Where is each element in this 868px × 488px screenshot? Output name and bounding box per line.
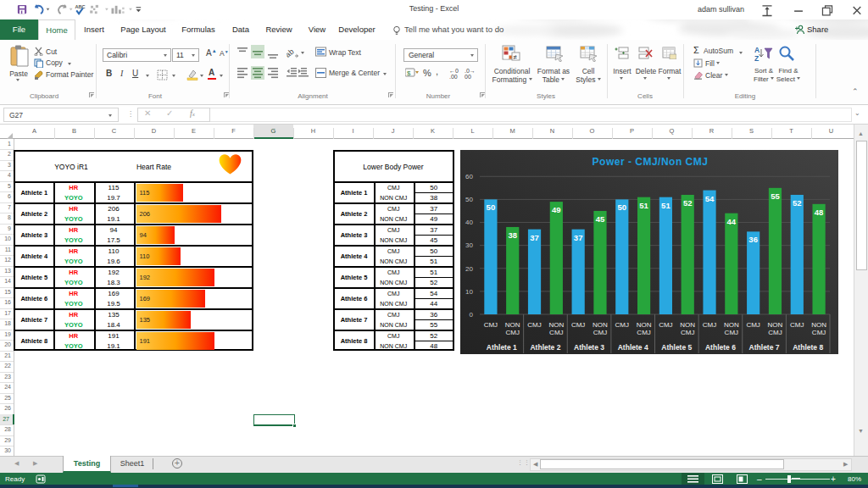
svg-text:NON: NON: [593, 321, 608, 329]
svg-text:CMJ: CMJ: [549, 329, 563, 336]
svg-text:CMJ: CMJ: [703, 321, 716, 329]
svg-text:CMJ: CMJ: [725, 329, 738, 336]
svg-text:37: 37: [574, 232, 583, 241]
svg-text:NON: NON: [680, 321, 695, 329]
svg-text:ab: ab: [287, 47, 296, 58]
svg-text:Athlete 7: Athlete 7: [749, 343, 780, 352]
svg-text:54: 54: [705, 193, 715, 202]
svg-text:NON: NON: [505, 321, 520, 329]
svg-text:CMJ: CMJ: [681, 329, 694, 336]
svg-text:38: 38: [508, 230, 517, 239]
svg-text:10: 10: [465, 287, 473, 295]
svg-text:60: 60: [465, 173, 473, 180]
svg-text:0: 0: [470, 310, 474, 318]
svg-text:Athlete 6: Athlete 6: [705, 343, 736, 352]
svg-text:CMJ: CMJ: [505, 329, 519, 336]
svg-text:$: $: [407, 69, 411, 77]
svg-text:CMJ: CMJ: [659, 321, 672, 329]
svg-text:CMJ: CMJ: [790, 321, 804, 329]
svg-text:CMJ: CMJ: [484, 321, 498, 329]
svg-text:20: 20: [465, 264, 473, 272]
svg-text:52: 52: [793, 197, 802, 207]
svg-text:Athlete 4: Athlete 4: [618, 343, 648, 352]
svg-text:40: 40: [465, 219, 473, 226]
svg-text:NON: NON: [724, 321, 739, 329]
svg-text:49: 49: [552, 205, 561, 214]
svg-text:48: 48: [815, 207, 824, 216]
svg-text:NON: NON: [548, 321, 564, 329]
svg-text:Athlete 5: Athlete 5: [661, 343, 692, 352]
svg-text:50: 50: [487, 202, 496, 212]
svg-text:50: 50: [617, 202, 626, 212]
svg-text:36: 36: [748, 235, 758, 244]
svg-text:30: 30: [465, 241, 473, 249]
svg-text:NON: NON: [811, 321, 826, 329]
svg-text:50: 50: [465, 196, 473, 203]
svg-text:52: 52: [683, 197, 693, 207]
svg-text:CMJ: CMJ: [637, 329, 650, 336]
svg-text:CMJ: CMJ: [746, 321, 760, 329]
svg-text:Athlete 3: Athlete 3: [574, 343, 604, 352]
svg-text:51: 51: [661, 200, 670, 209]
svg-text:CMJ: CMJ: [768, 329, 782, 336]
svg-text:A: A: [754, 46, 760, 54]
svg-text:Z: Z: [754, 54, 759, 62]
svg-text:Athlete 1: Athlete 1: [487, 343, 517, 352]
svg-text:CMJ: CMJ: [615, 321, 629, 329]
svg-text:CMJ: CMJ: [527, 321, 541, 329]
svg-text:CMJ: CMJ: [571, 321, 585, 329]
svg-text:Athlete 8: Athlete 8: [793, 343, 823, 352]
svg-text:37: 37: [530, 232, 539, 241]
svg-text:≠: ≠: [514, 53, 518, 61]
svg-text:Power - CMJ/Non CMJ: Power - CMJ/Non CMJ: [593, 156, 709, 168]
svg-text:44: 44: [727, 216, 737, 225]
svg-text:45: 45: [596, 214, 605, 223]
svg-text:CMJ: CMJ: [812, 329, 826, 336]
svg-text:NON: NON: [768, 321, 783, 329]
svg-text:55: 55: [771, 191, 780, 200]
svg-text:CMJ: CMJ: [593, 329, 607, 336]
svg-text:Athlete 2: Athlete 2: [530, 343, 560, 352]
svg-text:NON: NON: [637, 321, 652, 329]
svg-text:51: 51: [639, 200, 648, 209]
